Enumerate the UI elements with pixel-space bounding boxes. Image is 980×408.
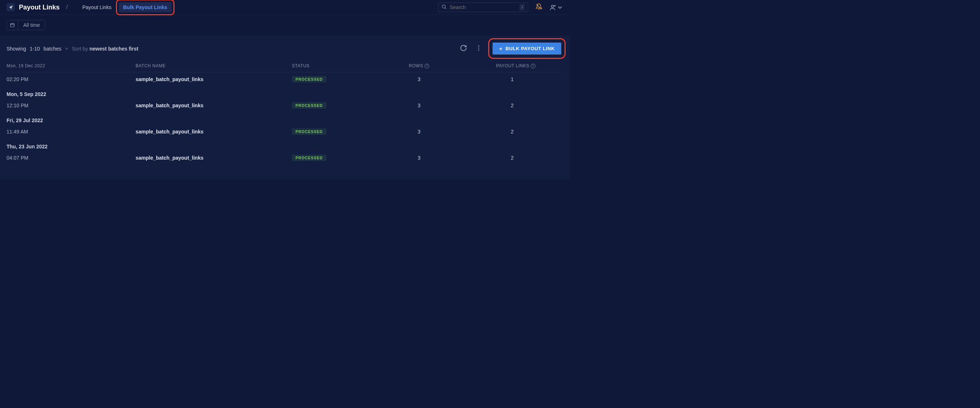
cell-time: 12:10 PM xyxy=(6,102,135,108)
tab-payout-links[interactable]: Payout Links xyxy=(78,2,116,12)
calendar-icon xyxy=(7,21,18,30)
table-row[interactable]: 02:20 PM sample_batch_payout_links PROCE… xyxy=(6,72,563,86)
refresh-button[interactable] xyxy=(460,45,467,53)
table-row[interactable]: 12:10 PM sample_batch_payout_links PROCE… xyxy=(6,99,563,112)
cell-links: 2 xyxy=(455,102,535,108)
svg-line-3 xyxy=(445,8,446,9)
svg-point-11 xyxy=(478,45,479,46)
more-menu-button[interactable] xyxy=(475,45,482,53)
filters-bar: All time xyxy=(0,15,570,35)
cell-batch-name: sample_batch_payout_links xyxy=(135,102,292,108)
search-shortcut: / xyxy=(519,4,525,11)
cell-time: 11:49 AM xyxy=(6,129,135,135)
plus-icon: + xyxy=(499,45,502,52)
date-filter[interactable]: All time xyxy=(6,20,45,30)
status-badge: PROCESSED xyxy=(292,76,326,83)
content: Mon, 19 Dec 2022 BATCH NAME STATUS ROWS?… xyxy=(0,57,570,179)
status-badge: PROCESSED xyxy=(292,102,326,109)
cell-time: 02:20 PM xyxy=(6,76,135,82)
user-menu[interactable] xyxy=(550,4,563,11)
tabs: Payout Links Bulk Payout Links xyxy=(78,2,172,12)
table-header: Mon, 19 Dec 2022 BATCH NAME STATUS ROWS?… xyxy=(6,61,563,72)
header: Payout Links / Payout Links Bulk Payout … xyxy=(0,0,570,15)
notifications-icon[interactable] xyxy=(535,3,542,12)
cell-time: 04:07 PM xyxy=(6,155,135,161)
sort-control[interactable]: Sort by newest batches first xyxy=(72,46,138,52)
header-left: Payout Links / Payout Links Bulk Payout … xyxy=(6,2,172,12)
chevron-down-icon xyxy=(557,4,563,11)
breadcrumb-separator: / xyxy=(66,4,68,11)
page-title: Payout Links xyxy=(19,4,60,11)
search-icon xyxy=(441,4,447,11)
date-filter-label: All time xyxy=(18,22,45,28)
svg-marker-1 xyxy=(9,5,12,9)
toolbar: Showing 1-10 batches Sort by newest batc… xyxy=(0,35,570,57)
help-icon[interactable]: ? xyxy=(425,64,429,69)
group-date-0: Mon, 19 Dec 2022 xyxy=(6,63,135,69)
svg-point-5 xyxy=(551,5,554,7)
search-input[interactable] xyxy=(450,4,519,10)
showing-label: Showing xyxy=(6,46,26,52)
header-right: / xyxy=(438,3,563,12)
cell-rows: 3 xyxy=(383,129,455,135)
group-date-1: Mon, 5 Sep 2022 xyxy=(6,86,563,99)
tab-bulk-payout-links[interactable]: Bulk Payout Links xyxy=(119,2,172,12)
cell-rows: 3 xyxy=(383,76,455,82)
table-row[interactable]: 11:49 AM sample_batch_payout_links PROCE… xyxy=(6,125,563,139)
nav-arrow-icon[interactable] xyxy=(6,3,14,11)
cell-batch-name: sample_batch_payout_links xyxy=(135,155,292,161)
svg-point-6 xyxy=(554,5,555,6)
sort-value: newest batches first xyxy=(89,46,138,52)
col-payout-links: PAYOUT LINKS? xyxy=(455,63,535,69)
group-date-3: Thu, 23 Jun 2022 xyxy=(6,139,563,151)
col-rows: ROWS? xyxy=(383,63,455,69)
svg-point-2 xyxy=(442,5,445,8)
status-badge: PROCESSED xyxy=(292,155,326,161)
separator-dot xyxy=(66,48,68,49)
status-badge: PROCESSED xyxy=(292,128,326,135)
range-text: 1-10 xyxy=(29,46,41,52)
svg-rect-7 xyxy=(11,24,14,27)
toolbar-left: Showing 1-10 batches Sort by newest batc… xyxy=(6,46,138,52)
cell-links: 1 xyxy=(455,76,535,82)
cell-links: 2 xyxy=(455,155,535,161)
help-icon[interactable]: ? xyxy=(531,64,535,69)
bulk-payout-link-button[interactable]: + BULK PAYOUT LINK xyxy=(493,43,561,54)
cell-links: 2 xyxy=(455,129,535,135)
col-status: STATUS xyxy=(292,63,383,69)
cell-batch-name: sample_batch_payout_links xyxy=(135,76,292,82)
cell-rows: 3 xyxy=(383,102,455,108)
group-date-2: Fri, 29 Jul 2022 xyxy=(6,112,563,125)
cell-rows: 3 xyxy=(383,155,455,161)
svg-point-12 xyxy=(478,47,479,48)
col-batch-name: BATCH NAME xyxy=(135,63,292,69)
cell-status: PROCESSED xyxy=(292,128,383,135)
toolbar-right: + BULK PAYOUT LINK xyxy=(460,40,563,57)
cell-status: PROCESSED xyxy=(292,76,383,83)
batches-label: batches xyxy=(44,46,61,52)
cell-batch-name: sample_batch_payout_links xyxy=(135,129,292,135)
sort-by-label: Sort by xyxy=(72,46,89,52)
primary-button-label: BULK PAYOUT LINK xyxy=(506,46,555,51)
table-row[interactable]: 04:07 PM sample_batch_payout_links PROCE… xyxy=(6,151,563,165)
svg-point-13 xyxy=(478,49,479,51)
search-box[interactable]: / xyxy=(438,3,528,12)
cell-status: PROCESSED xyxy=(292,155,383,161)
cell-status: PROCESSED xyxy=(292,102,383,109)
